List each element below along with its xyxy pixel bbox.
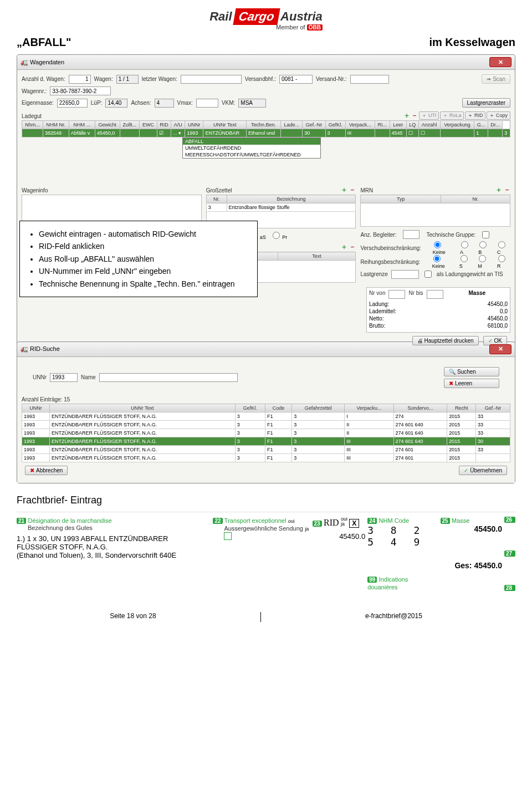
versandbhf-label: Versandbhf.: xyxy=(245,76,276,82)
verschub-keine[interactable]: Keine xyxy=(433,241,454,255)
add-icon[interactable]: ＋ xyxy=(341,186,347,193)
mrn-label: MRN xyxy=(360,187,373,193)
remove-icon[interactable]: － xyxy=(349,186,356,193)
remove-icon[interactable]: － xyxy=(504,186,510,193)
ladegut-row[interactable]: 382549Abfälle v45450,0☑... ▾1993ENTZÜNDB… xyxy=(22,129,510,137)
abbrechen-button[interactable]: ✖ Abbrechen xyxy=(25,466,68,475)
close-button[interactable]: ✕ xyxy=(489,57,511,67)
verschub-a[interactable]: A xyxy=(460,241,473,255)
wagen-label: Wagen: xyxy=(94,76,113,82)
table-row[interactable]: 1993ENTZÜNDBARER FLÜSSIGER STOFF, N.A.G.… xyxy=(22,412,510,420)
wageninfo-label: Wageninfo xyxy=(22,187,202,193)
rid-results-table: UNNrUNNr TextGefKl.CodeGefahrzettelVerpa… xyxy=(22,404,510,462)
tis-label: als Ladungsgewicht an TIS xyxy=(437,271,503,277)
anz-begleiter-input[interactable] xyxy=(403,230,420,239)
tech-gruppe-label: Technische Gruppe: xyxy=(426,232,475,238)
tech-gruppe-checkbox[interactable] xyxy=(482,231,489,238)
dropdown-option[interactable]: ABFALL xyxy=(183,138,320,145)
lastgrenze-input[interactable] xyxy=(391,270,419,279)
abfall-dropdown[interactable]: ABFALL UMWELTGEFÄHRDEND MEERESSCHADSTOFF… xyxy=(182,137,321,159)
close-button[interactable]: ✕ xyxy=(489,344,511,354)
reihung-m[interactable]: M xyxy=(478,255,492,269)
masse-value: 45450.0 xyxy=(441,524,502,533)
reihung-r[interactable]: R xyxy=(497,255,510,269)
table-row[interactable]: 1993ENTZÜNDBARER FLÜSSIGER STOFF, N.A.G.… xyxy=(22,437,510,445)
dropdown-option[interactable]: MEERESSCHADSTOFF/UMWELTGEFÄHRDENED xyxy=(183,151,320,158)
ges-label: Ges: xyxy=(454,561,472,570)
eigenmasse-input[interactable] xyxy=(57,99,88,108)
lastgrenzraster-button[interactable]: Lastgrenzraster xyxy=(462,98,510,108)
copy-button[interactable]: ＋ Copy xyxy=(487,111,510,120)
name-label: Name xyxy=(81,374,96,380)
verschub-label: Verschubeinschränkung: xyxy=(360,245,427,251)
hauptzettel-button[interactable]: 🖨 Hauptzettel drucken xyxy=(412,336,479,345)
name-input[interactable] xyxy=(99,373,238,382)
rid-suche-window: 🚛 RID-Suche ✕ UNNr Name 🔍 Suchen ✖ Leere… xyxy=(17,342,515,483)
eigenmasse-label: Eigenmasse: xyxy=(22,100,54,106)
wagennr-label: Wagennr.: xyxy=(22,88,47,94)
dropdown-option[interactable]: UMWELTGEFÄHRDEND xyxy=(183,145,320,151)
leeren-button[interactable]: ✖ Leeren xyxy=(444,379,499,388)
lup-label: LüP: xyxy=(91,100,103,106)
table-row[interactable]: 1993ENTZÜNDBARER FLÜSSIGER STOFF, N.A.G.… xyxy=(22,429,510,437)
tis-checkbox[interactable] xyxy=(424,271,432,278)
reihung-s[interactable]: S xyxy=(459,255,472,269)
remove-icon[interactable]: － xyxy=(349,243,356,251)
window-icon: 🚛 xyxy=(21,59,28,65)
uebernehmen-button[interactable]: ✓ Übernehmen xyxy=(459,466,507,475)
add-icon[interactable]: ＋ xyxy=(403,111,410,120)
uti-button[interactable]: ＋ UTI xyxy=(419,111,439,120)
ges-value: 45450.0 xyxy=(474,561,502,570)
field-24-badge: 24 xyxy=(367,518,377,524)
nrbis-input[interactable] xyxy=(427,290,443,299)
rid-x-box: X xyxy=(349,519,359,528)
instruction-callout: Gewicht eintragen - automatisch RID-Gewi… xyxy=(19,221,258,297)
verschub-c[interactable]: C xyxy=(497,241,510,255)
scan-button[interactable]: ➠ Scan xyxy=(482,74,510,84)
brutto-value: 68100,0 xyxy=(474,323,508,329)
header-left: „ABFALL" xyxy=(17,36,71,49)
page-number: Seite 18 von 28 xyxy=(110,612,156,622)
window-title: Wagendaten xyxy=(30,59,64,65)
field-28-badge: 28 xyxy=(504,585,515,591)
remove-icon[interactable]: － xyxy=(411,111,418,120)
frachtbrief-panel: 21 Désignation de la marchandise Bezeich… xyxy=(17,512,515,595)
table-row[interactable]: 1993ENTZÜNDBARER FLÜSSIGER STOFF, N.A.G.… xyxy=(22,445,510,453)
header-right: im Kesselwagen xyxy=(429,36,515,49)
table-row[interactable]: 3Entzündbare flüssige Stoffe xyxy=(206,203,356,212)
masse-label: Masse xyxy=(447,290,508,299)
table-row[interactable]: 1993ENTZÜNDBARER FLÜSSIGER STOFF, N.A.G.… xyxy=(22,453,510,462)
rid-button[interactable]: ＋ RID xyxy=(465,111,485,120)
unnr-input[interactable] xyxy=(50,373,78,382)
suchen-button[interactable]: 🔍 Suchen xyxy=(444,367,499,376)
add-icon[interactable]: ＋ xyxy=(495,186,502,193)
versandnr-input[interactable] xyxy=(350,75,389,84)
rola-button[interactable]: ＋ RoLa xyxy=(440,111,464,120)
vmax-label: Vmax: xyxy=(177,100,193,106)
netto-value: 45450,0 xyxy=(474,315,508,322)
wagennr-input[interactable] xyxy=(50,86,111,95)
lastgrenze-label: Lastgrenze xyxy=(360,271,387,277)
reihung-keine[interactable]: Keine xyxy=(432,255,454,269)
masse-panel: Nr von Nr bis Masse Ladung:45450,0 Ladem… xyxy=(366,287,510,333)
count-label: Anzahl Einträge: 15 xyxy=(22,396,510,402)
achsen-input xyxy=(155,99,174,108)
window-icon: 🚛 xyxy=(21,345,28,352)
brutto-label: Brutto: xyxy=(369,323,385,329)
pr-radio[interactable]: Pr xyxy=(272,232,288,240)
verschub-b[interactable]: B xyxy=(478,241,492,255)
frachtbrief-line1: 1.) 1 x 30, UN 1993 ABFALL ENTZÜNDBARER … xyxy=(17,534,211,551)
anzahl-wagen-input[interactable] xyxy=(69,75,91,84)
vmax-input[interactable] xyxy=(196,99,218,108)
field-25-badge: 25 xyxy=(441,518,450,524)
logo-cargo: Cargo xyxy=(233,8,280,25)
rid-label: RID xyxy=(324,518,339,527)
window-title: RID-Suche xyxy=(30,345,60,352)
ladegut-label: Ladegut xyxy=(22,113,42,119)
letzter-wagen-input[interactable] xyxy=(181,75,242,84)
table-row[interactable]: 1993ENTZÜNDBARER FLÜSSIGER STOFF, N.A.G.… xyxy=(22,420,510,429)
add-icon[interactable]: ＋ xyxy=(341,243,347,251)
versandbhf-input[interactable] xyxy=(279,75,313,84)
nrvon-input[interactable] xyxy=(388,290,405,299)
field-26-badge: 26 xyxy=(504,517,515,523)
